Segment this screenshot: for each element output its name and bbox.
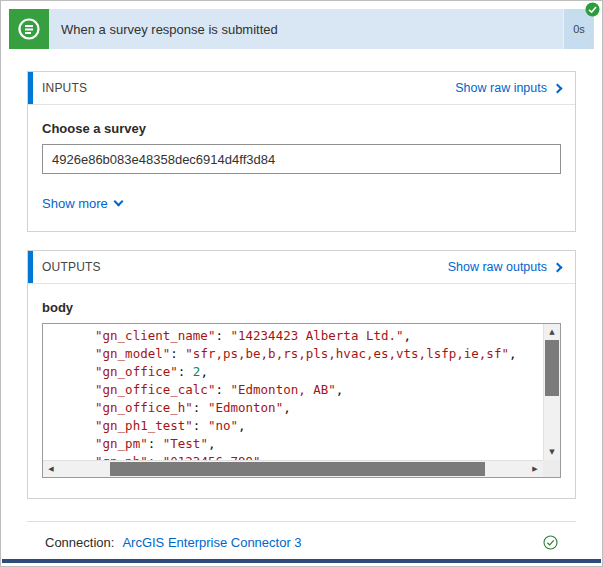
- outputs-accent-bar: [28, 251, 33, 283]
- connection-label: Connection:: [45, 535, 114, 550]
- connection-verified-icon: [543, 535, 558, 550]
- outputs-section-header: OUTPUTS Show raw outputs: [28, 251, 575, 284]
- scroll-down-arrow-icon[interactable]: ▼: [544, 444, 560, 460]
- chevron-right-icon: [553, 83, 563, 93]
- scroll-right-arrow-icon[interactable]: ▶: [527, 461, 543, 477]
- outputs-body: body "gn_client_name": "14234423 Alberta…: [28, 284, 575, 498]
- outputs-section: OUTPUTS Show raw outputs body "gn_client…: [27, 250, 576, 499]
- scrollbar-corner: [543, 460, 560, 477]
- code-line: "gn_ph": "0123456.789",: [95, 453, 543, 460]
- body-label: body: [42, 300, 561, 315]
- connection-link[interactable]: ArcGIS Enterprise Connector 3: [122, 535, 301, 550]
- vertical-scrollbar[interactable]: ▲ ▼: [543, 324, 560, 460]
- trigger-card: When a survey response is submitted 0s I…: [0, 0, 603, 567]
- card-title: When a survey response is submitted: [49, 9, 563, 49]
- scroll-left-arrow-icon[interactable]: ◀: [43, 461, 59, 477]
- show-raw-inputs-link[interactable]: Show raw inputs: [455, 81, 563, 95]
- outputs-title: OUTPUTS: [42, 260, 101, 274]
- status-success-icon: [585, 2, 600, 17]
- vertical-scroll-thumb[interactable]: [545, 340, 559, 396]
- code-lines[interactable]: "gn_client_name": "14234423 Alberta Ltd.…: [43, 324, 543, 460]
- show-raw-outputs-link[interactable]: Show raw outputs: [448, 260, 563, 274]
- inputs-accent-bar: [28, 72, 33, 104]
- vertical-scroll-track[interactable]: [544, 340, 560, 444]
- inputs-title: INPUTS: [42, 81, 87, 95]
- inputs-body: Choose a survey Show more: [28, 105, 575, 231]
- outputs-code-viewer[interactable]: "gn_client_name": "14234423 Alberta Ltd.…: [42, 323, 561, 478]
- card-header[interactable]: When a survey response is submitted 0s: [9, 9, 594, 49]
- connection-footer: Connection: ArcGIS Enterprise Connector …: [27, 522, 576, 550]
- show-more-label: Show more: [42, 196, 108, 211]
- card-bottom-accent: [2, 559, 601, 563]
- code-line: "gn_ph1_test": "no",: [95, 417, 543, 435]
- code-line: "gn_client_name": "14234423 Alberta Ltd.…: [95, 327, 543, 345]
- show-raw-inputs-label: Show raw inputs: [455, 81, 547, 95]
- code-line: "gn_office": 2,: [95, 363, 543, 381]
- code-line: "gn_office_calc": "Edmonton, AB",: [95, 381, 543, 399]
- scroll-up-arrow-icon[interactable]: ▲: [544, 324, 560, 340]
- code-line: "gn_pm": "Test",: [95, 435, 543, 453]
- survey-id-input[interactable]: [42, 144, 561, 174]
- horizontal-scroll-track[interactable]: [59, 461, 527, 477]
- choose-survey-label: Choose a survey: [42, 121, 561, 136]
- chevron-down-icon: [113, 197, 123, 207]
- horizontal-scroll-thumb[interactable]: [110, 462, 484, 476]
- code-line: "gn_model": "sfr,ps,be,b,rs,pls,hvac,es,…: [95, 345, 543, 363]
- horizontal-scrollbar[interactable]: ◀ ▶: [43, 460, 543, 477]
- show-raw-outputs-label: Show raw outputs: [448, 260, 547, 274]
- survey123-icon: [9, 9, 49, 49]
- inputs-section-header: INPUTS Show raw inputs: [28, 72, 575, 105]
- show-more-link[interactable]: Show more: [42, 196, 122, 211]
- chevron-right-icon: [553, 262, 563, 272]
- inputs-section: INPUTS Show raw inputs Choose a survey S…: [27, 71, 576, 232]
- code-line: "gn_office_h": "Edmonton",: [95, 399, 543, 417]
